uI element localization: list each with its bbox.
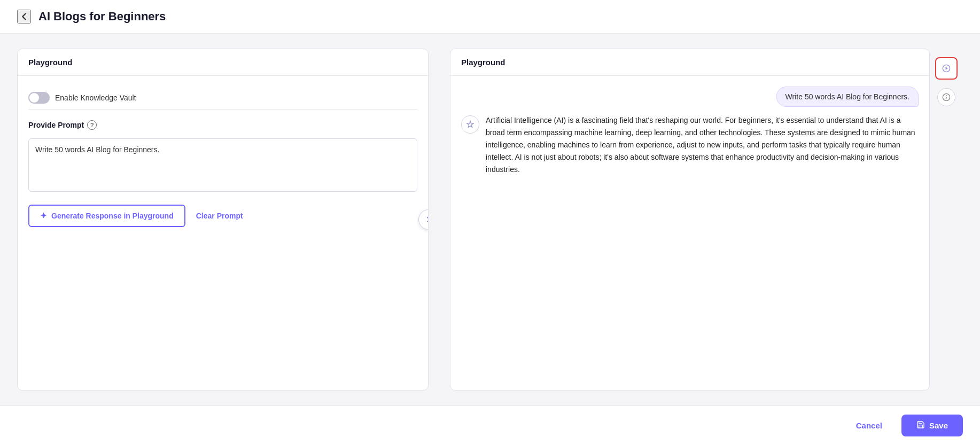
left-panel-title: Playground [18, 49, 428, 76]
knowledge-vault-toggle[interactable] [28, 92, 50, 104]
header: AI Blogs for Beginners [0, 0, 980, 34]
clear-prompt-button[interactable]: Clear Prompt [196, 212, 243, 220]
left-panel-body: Enable Knowledge Vault Provide Prompt ? … [18, 76, 428, 390]
buttons-row: ✦ Generate Response in Playground Clear … [28, 205, 417, 227]
svg-marker-1 [946, 67, 948, 69]
toggle-row: Enable Knowledge Vault [28, 87, 417, 110]
right-sidebar [930, 49, 963, 391]
right-panel-title: Playground [450, 49, 929, 76]
play-button-highlighted[interactable] [935, 57, 958, 80]
save-button[interactable]: Save [901, 415, 963, 436]
back-button[interactable] [17, 10, 31, 24]
ai-response-row: Artificial Intelligence (AI) is a fascin… [461, 114, 919, 176]
generate-btn-label: Generate Response in Playground [51, 212, 174, 220]
sparkle-icon: ✦ [40, 211, 47, 221]
main-content: Playground Enable Knowledge Vault Provid… [0, 34, 980, 405]
prompt-textarea[interactable] [28, 138, 417, 192]
right-panel: Playground Write 50 words AI Blog for Be… [450, 49, 930, 391]
cancel-button[interactable]: Cancel [845, 416, 893, 435]
save-label: Save [929, 421, 948, 430]
generate-response-button[interactable]: ✦ Generate Response in Playground [28, 205, 185, 227]
help-icon[interactable]: ? [87, 120, 97, 130]
right-panel-body: Write 50 words AI Blog for Beginners. Ar… [450, 76, 929, 390]
save-icon [916, 420, 925, 431]
left-panel: Playground Enable Knowledge Vault Provid… [17, 49, 429, 391]
footer: Cancel Save [0, 405, 980, 445]
user-prompt-bubble: Write 50 words AI Blog for Beginners. [776, 87, 919, 107]
toggle-label: Enable Knowledge Vault [55, 93, 136, 102]
info-button[interactable] [937, 88, 955, 106]
ai-icon [461, 115, 479, 134]
ai-response-text: Artificial Intelligence (AI) is a fascin… [486, 114, 919, 176]
provide-prompt-label: Provide Prompt ? [28, 120, 417, 130]
page-title: AI Blogs for Beginners [38, 10, 166, 24]
